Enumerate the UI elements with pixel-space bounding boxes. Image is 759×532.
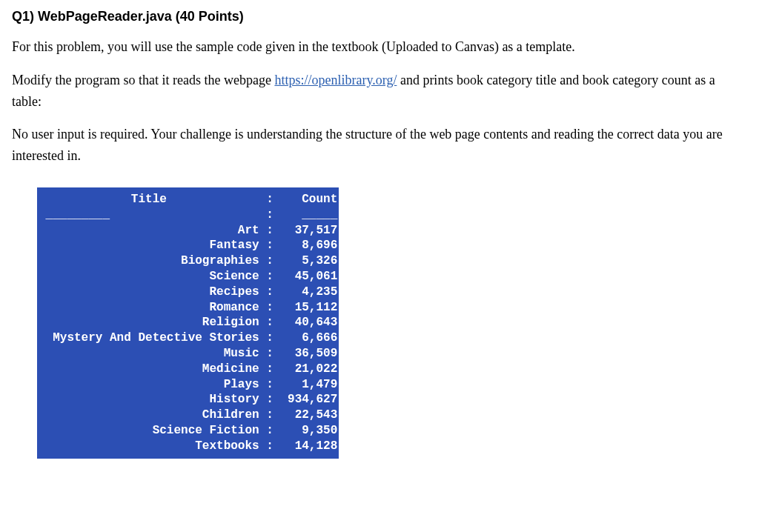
paragraph-2-text-a: Modify the program so that it reads the … [12,73,274,87]
openlibrary-link[interactable]: https://openlibrary.org/ [274,73,397,87]
console-output-wrap: Title : Count _________ : _____ Art : 37… [37,187,747,459]
console-output: Title : Count _________ : _____ Art : 37… [37,187,339,459]
paragraph-2: Modify the program so that it reads the … [12,70,747,113]
paragraph-1: For this problem, you will use the sampl… [12,36,747,58]
question-heading: Q1) WebPageReader.java (40 Points) [12,9,747,24]
paragraph-3: No user input is required. Your challeng… [12,124,747,167]
